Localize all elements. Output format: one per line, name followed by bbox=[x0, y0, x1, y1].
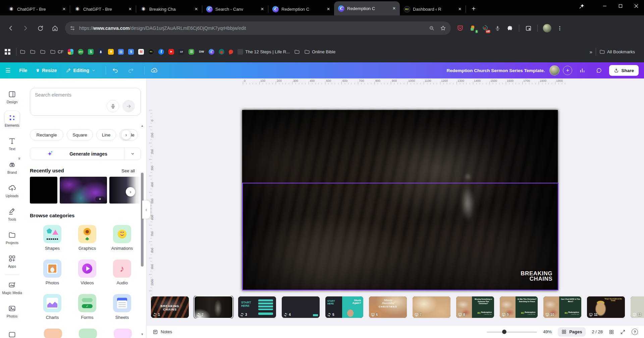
microphone-icon[interactable] bbox=[493, 24, 501, 32]
category-photos[interactable]: Photos bbox=[35, 260, 70, 285]
page-thumbnail-8[interactable]: Missing Something or Someone This Christ… bbox=[456, 296, 494, 318]
sidebar-item-elements[interactable]: ♥▲■●Elements bbox=[0, 109, 24, 132]
chips-next-button[interactable]: › bbox=[121, 130, 131, 139]
maximize-button[interactable] bbox=[612, 0, 628, 12]
tab-close-icon[interactable]: ✕ bbox=[259, 6, 265, 12]
bookmark-item[interactable]: C bbox=[209, 49, 214, 55]
redo-button[interactable] bbox=[127, 67, 134, 74]
back-button[interactable] bbox=[5, 22, 17, 34]
zoom-page-icon[interactable] bbox=[429, 25, 435, 31]
undo-button[interactable] bbox=[112, 67, 119, 74]
sidebar-item-magic-media[interactable]: Magic Media bbox=[0, 276, 24, 299]
page-thumbnail-3[interactable]: STARTHERE3 bbox=[238, 296, 276, 318]
pocket-extension-icon[interactable] bbox=[456, 24, 464, 32]
page-thumbnail-4[interactable]: 4 bbox=[282, 296, 320, 318]
category-sheets[interactable]: Sheets bbox=[105, 294, 140, 320]
bookmark-item[interactable]: M bbox=[138, 49, 144, 55]
bookmark-item[interactable]: UI bbox=[178, 49, 184, 55]
bookmark-item[interactable]: All Bookmarks bbox=[599, 49, 635, 55]
close-window-button[interactable] bbox=[628, 0, 644, 12]
fullscreen-icon[interactable] bbox=[620, 329, 626, 335]
grid-view-icon[interactable] bbox=[609, 329, 614, 335]
bookmark-item[interactable] bbox=[189, 49, 194, 55]
selection-outline[interactable] bbox=[242, 183, 558, 290]
bookmark-item[interactable]: f bbox=[158, 49, 164, 55]
category-forms[interactable]: ✓Forms bbox=[70, 294, 105, 320]
tab-close-icon[interactable]: ✕ bbox=[325, 6, 331, 12]
sidebar-item-tools[interactable]: Tools bbox=[0, 203, 24, 226]
forward-button[interactable] bbox=[19, 22, 32, 34]
minimize-button[interactable] bbox=[597, 0, 612, 12]
bookmark-item[interactable] bbox=[108, 49, 114, 55]
bookmark-item[interactable]: RC bbox=[148, 49, 154, 55]
bookmark-item[interactable] bbox=[294, 49, 300, 55]
tab-chatgpt-2[interactable]: ✳ ChatGPT - Bre ✕ bbox=[70, 3, 136, 15]
scroll-down-icon[interactable]: ▼ bbox=[140, 333, 144, 336]
scrollbar-thumb[interactable] bbox=[141, 173, 144, 267]
see-all-link[interactable]: See all bbox=[121, 168, 135, 173]
page-thumbnail-10[interactable]: Can I Find HOPE In This Mess?RCRedemptio… bbox=[543, 296, 581, 318]
tab-counter-extension-icon[interactable]: 1 bbox=[469, 24, 477, 32]
tab-close-icon[interactable]: ✕ bbox=[457, 6, 463, 12]
sidebar-item-brand[interactable]: ♛Brand bbox=[0, 156, 24, 179]
generate-images-button[interactable]: ✦ ✦ Generate images bbox=[30, 148, 141, 160]
page-thumbnail-12[interactable]: 12 bbox=[631, 296, 644, 318]
chip-rectangle[interactable]: Rectangle bbox=[30, 129, 63, 140]
design-title[interactable]: Redemption Church Sermon Series Template… bbox=[446, 68, 545, 73]
category-shapes[interactable]: Shapes bbox=[35, 225, 70, 251]
page-thumbnail-6[interactable]: MessyBeautifulCHRISTMAS6 bbox=[369, 296, 407, 318]
chip-line[interactable]: Line bbox=[96, 129, 116, 140]
bookmark-item[interactable] bbox=[30, 49, 36, 55]
zoom-percent[interactable]: 49% bbox=[543, 329, 552, 334]
voice-search-button[interactable] bbox=[107, 100, 119, 112]
notes-button[interactable]: Notes bbox=[153, 329, 172, 335]
add-collaborator-button[interactable]: + bbox=[563, 66, 572, 75]
bookmark-item[interactable]: CF bbox=[50, 49, 63, 55]
page-thumbnail-11[interactable]: "King" Herod (Herod the Great)11 bbox=[587, 296, 625, 318]
recent-next-button[interactable]: › bbox=[126, 187, 135, 196]
sidebar-item-design[interactable]: Design bbox=[0, 85, 24, 109]
tab-breaking-chains[interactable]: ✳ Breaking Cha ✕ bbox=[136, 3, 202, 15]
reload-button[interactable] bbox=[34, 22, 46, 34]
bookmark-item[interactable] bbox=[219, 49, 224, 55]
zoom-slider[interactable] bbox=[487, 330, 537, 334]
sidebar-item-photos[interactable]: Photos bbox=[0, 299, 24, 323]
new-tab-button[interactable]: + bbox=[469, 4, 479, 14]
site-info-icon[interactable] bbox=[70, 25, 75, 31]
tab-dashboard[interactable]: RC Dashboard ‹ R ✕ bbox=[400, 3, 466, 15]
pinned-extension-icon[interactable] bbox=[575, 0, 589, 12]
bookmark-item[interactable] bbox=[229, 50, 233, 54]
bookmark-item[interactable]: ▶ bbox=[168, 49, 174, 55]
main-menu-button[interactable]: ☰ bbox=[5, 67, 10, 74]
sidebar-item-partial[interactable] bbox=[0, 323, 24, 338]
browser-menu-icon[interactable]: ⋮ bbox=[556, 24, 564, 32]
tab-redemption-1[interactable]: C Redemption C ✕ bbox=[268, 3, 334, 15]
bookmark-item[interactable] bbox=[5, 49, 10, 55]
tab-close-icon[interactable]: ✕ bbox=[391, 5, 397, 11]
bookmark-item[interactable]: DW bbox=[199, 49, 204, 55]
page-thumbnail-2[interactable]: 2 bbox=[195, 296, 232, 318]
collapse-panel-button[interactable]: ‹ bbox=[142, 201, 150, 219]
bookmark-item[interactable]: 9 bbox=[128, 49, 134, 55]
category-anim[interactable]: Animations bbox=[105, 225, 140, 251]
user-avatar[interactable] bbox=[549, 65, 559, 75]
generate-dropdown-chevron-icon[interactable] bbox=[124, 152, 141, 156]
slider-knob[interactable] bbox=[502, 330, 506, 334]
recent-element-black[interactable] bbox=[30, 177, 57, 204]
bookmark-item[interactable]: Online Bible bbox=[304, 49, 335, 55]
editing-mode-dropdown[interactable]: Editing bbox=[66, 68, 96, 73]
category-videos[interactable]: Videos bbox=[70, 260, 105, 285]
page-thumbnail-1[interactable]: BREAKINGCHAINS1 bbox=[151, 296, 189, 318]
chip-square[interactable]: Square bbox=[67, 129, 93, 140]
pages-button[interactable]: Pages bbox=[558, 327, 586, 337]
insights-button[interactable] bbox=[576, 65, 589, 76]
resize-button[interactable]: ♛ Resize bbox=[36, 68, 57, 73]
search-submit-button[interactable] bbox=[122, 100, 135, 112]
bookmark-item[interactable] bbox=[98, 49, 104, 55]
scroll-up-icon[interactable]: ▲ bbox=[140, 124, 144, 127]
bookmark-item[interactable] bbox=[40, 49, 46, 55]
recent-element-starfield[interactable] bbox=[109, 177, 141, 204]
share-button[interactable]: Share bbox=[609, 65, 639, 76]
bookmark-item[interactable]: S bbox=[88, 49, 94, 55]
tab-search-canva[interactable]: C Search - Canv ✕ bbox=[202, 3, 268, 15]
